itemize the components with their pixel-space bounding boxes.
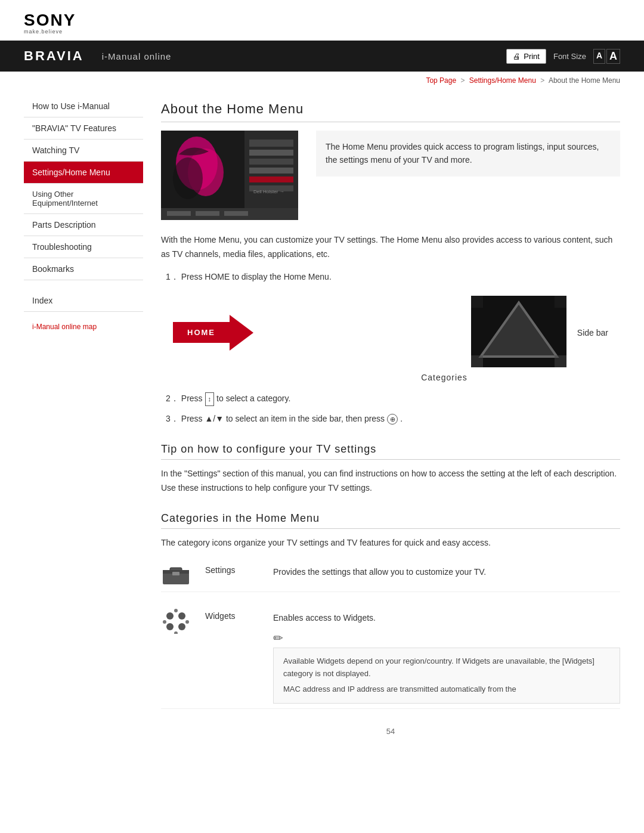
page-number: 54 — [161, 727, 620, 736]
bravia-logo: BRAVIA — [24, 48, 84, 64]
note-line-1: Available Widgets depend on your region/… — [283, 655, 610, 680]
categories-para: The category icons organize your TV sett… — [161, 536, 620, 550]
step1-text: Press HOME to display the Home Menu. — [181, 272, 332, 281]
step3-num: 3． — [166, 412, 179, 426]
imanual-title: i-Manual online — [102, 51, 172, 61]
home-box-label: HOME — [173, 322, 230, 343]
step3-icon: ⊕ — [387, 414, 398, 425]
home-arrow-group: HOME — [173, 315, 253, 351]
step3-text: Press ▲/▼ to select an item in the side … — [181, 412, 385, 426]
svg-rect-15 — [196, 211, 219, 216]
home-arrow-icon — [230, 315, 253, 351]
category-row-widgets: Widgets Enables access to Widgets. ✏ Ava… — [161, 604, 620, 709]
breadcrumb-sep1: > — [460, 76, 465, 85]
svg-point-28 — [166, 612, 174, 620]
settings-category-name: Settings — [205, 563, 259, 575]
sidebar-diagram-group: Side bar — [471, 296, 566, 369]
sidebar-item-parts-description[interactable]: Parts Description — [24, 214, 143, 236]
svg-point-32 — [174, 609, 178, 612]
subtitle-tip: Tip on how to configure your TV settings — [161, 443, 620, 460]
category-row-settings: Settings Provides the settings that allo… — [161, 558, 620, 592]
svg-rect-6 — [249, 140, 293, 147]
intro-para: With the Home Menu, you can customize yo… — [161, 233, 620, 262]
svg-rect-7 — [249, 150, 293, 156]
sidebar-item-settings-home[interactable]: Settings/Home Menu — [24, 162, 143, 184]
sidebar-item-other-equipment[interactable]: Using Other Equipment/Internet — [24, 184, 143, 214]
svg-rect-9 — [249, 168, 293, 174]
sony-text: SONY — [24, 11, 76, 30]
font-size-large-button[interactable]: A — [606, 49, 620, 64]
home-diagram: HOME Side bar — [173, 296, 620, 369]
intro-block: Dell Holster → The Home Menu provides qu… — [161, 131, 620, 220]
sidebar-map-link: i-Manual online map — [24, 312, 143, 336]
sidebar-item-troubleshooting[interactable]: Troubleshooting — [24, 236, 143, 258]
svg-rect-16 — [224, 211, 248, 216]
content-area: About the Home Menu — [143, 89, 644, 748]
breadcrumb-current: About the Home Menu — [549, 76, 620, 85]
svg-point-35 — [163, 620, 166, 624]
note-box: Available Widgets depend on your region/… — [273, 648, 620, 704]
step2-text2: to select a category. — [216, 392, 290, 406]
widgets-icon — [161, 609, 191, 633]
sidebar-screenshot — [471, 296, 566, 367]
step-3: 3． Press ▲/▼ to select an item in the si… — [166, 412, 620, 426]
settings-icon — [161, 563, 191, 587]
step-2: 2． Press ↕ to select a category. — [166, 392, 620, 406]
widgets-category-name: Widgets — [205, 609, 259, 621]
svg-rect-22 — [471, 355, 483, 367]
sidebar-item-bookmarks[interactable]: Bookmarks — [24, 258, 143, 280]
sidebar-item-bravia-features[interactable]: "BRAVIA" TV Features — [24, 117, 143, 140]
svg-point-29 — [178, 612, 185, 620]
widgets-category-desc: Enables access to Widgets. — [273, 609, 620, 624]
page-header: SONY make.believe — [0, 0, 644, 41]
sidebar-item-watching-tv[interactable]: Watching TV — [24, 140, 143, 162]
svg-text:Dell Holster →: Dell Holster → — [253, 189, 284, 194]
breadcrumb: Top Page > Settings/Home Menu > About th… — [0, 72, 644, 89]
step1-num: 1． — [166, 272, 179, 281]
intro-image: Dell Holster → — [161, 131, 298, 220]
settings-category-desc: Provides the settings that allow you to … — [273, 563, 486, 578]
sidebar: How to Use i-Manual "BRAVIA" TV Features… — [0, 89, 143, 748]
page-title: About the Home Menu — [161, 101, 620, 122]
sidebar-item-index[interactable]: Index — [24, 290, 143, 312]
breadcrumb-settings-home[interactable]: Settings/Home Menu — [469, 76, 536, 85]
svg-rect-8 — [249, 159, 293, 165]
breadcrumb-top-page[interactable]: Top Page — [426, 76, 456, 85]
widgets-icon-svg — [162, 608, 190, 634]
svg-point-4 — [173, 157, 203, 199]
svg-point-34 — [174, 631, 178, 634]
sony-logo: SONY make.believe — [24, 11, 76, 35]
print-button[interactable]: 🖨 Print — [506, 49, 546, 64]
sidebar-img-label: Side bar — [577, 328, 608, 337]
svg-rect-10 — [249, 176, 293, 182]
svg-point-33 — [185, 620, 189, 624]
svg-rect-21 — [555, 296, 566, 308]
nav-bar-right: 🖨 Print Font Size A A — [506, 49, 620, 64]
font-size-label: Font Size — [553, 52, 586, 61]
note-icon: ✏ — [273, 631, 620, 645]
settings-icon-svg — [162, 564, 190, 586]
font-size-small-button[interactable]: A — [593, 49, 605, 64]
home-menu-screenshot: Dell Holster → — [161, 131, 298, 220]
tip-para: In the "Settings" section of this manual… — [161, 467, 620, 496]
svg-rect-23 — [555, 355, 566, 367]
font-size-controls: A A — [593, 49, 620, 64]
sidebar-spacer — [24, 280, 143, 290]
main-layout: How to Use i-Manual "BRAVIA" TV Features… — [0, 89, 644, 772]
step-1: 1． Press HOME to display the Home Menu. — [166, 270, 620, 284]
intro-text: The Home Menu provides quick access to p… — [316, 131, 620, 176]
svg-rect-27 — [172, 572, 179, 575]
imanual-map-link[interactable]: i-Manual online map — [32, 323, 97, 331]
step2-text: Press — [181, 392, 203, 406]
subtitle-categories: Categories in the Home Menu — [161, 512, 620, 529]
widgets-note-area: ✏ Available Widgets depend on your regio… — [273, 631, 620, 704]
sidebar-item-how-to-use[interactable]: How to Use i-Manual — [24, 95, 143, 117]
nav-bar-left: BRAVIA i-Manual online — [24, 48, 171, 64]
step3-period: . — [400, 412, 402, 426]
nav-bar: BRAVIA i-Manual online 🖨 Print Font Size… — [0, 41, 644, 72]
breadcrumb-sep2: > — [540, 76, 544, 85]
svg-point-31 — [178, 623, 185, 630]
widgets-category-content: Enables access to Widgets. ✏ Available W… — [273, 609, 620, 704]
svg-point-30 — [166, 623, 174, 630]
print-label: Print — [524, 52, 540, 61]
